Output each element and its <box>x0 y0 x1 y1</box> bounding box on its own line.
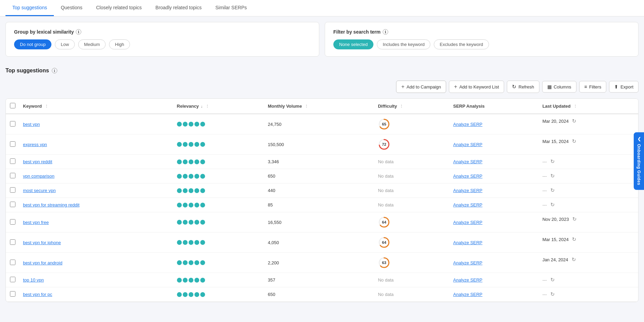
add-to-keyword-list-button[interactable]: + Add to Keyword List <box>449 81 504 93</box>
row-checkbox[interactable] <box>10 202 15 207</box>
row-checkbox-cell[interactable] <box>6 287 20 302</box>
row-checkbox-cell[interactable] <box>6 114 20 134</box>
filter-by-option-none-selected[interactable]: None selected <box>333 39 373 49</box>
row-refresh-button[interactable]: ↻ <box>571 216 578 222</box>
analyze-serp-link[interactable]: Analyze SERP <box>453 202 482 207</box>
group-by-info-icon[interactable]: ℹ <box>76 29 81 35</box>
keyword-link[interactable]: best vpn for android <box>23 260 62 265</box>
select-all-checkbox[interactable] <box>10 103 15 108</box>
row-refresh-button[interactable]: ↻ <box>571 236 578 242</box>
keyword-link[interactable]: most secure vpn <box>23 188 56 193</box>
filter-by-option-excludes-the-keyword[interactable]: Excludes the keyword <box>434 39 489 49</box>
keyword-link[interactable]: best vpn for pc <box>23 292 52 297</box>
row-refresh-button[interactable]: ↻ <box>571 118 578 124</box>
columns-icon: ▦ <box>547 84 552 90</box>
row-checkbox-cell[interactable] <box>6 212 20 232</box>
relevancy-dots <box>177 159 261 164</box>
analyze-serp-link[interactable]: Analyze SERP <box>453 188 482 193</box>
relevancy-dot <box>189 122 193 127</box>
group-by-option-do-not-group[interactable]: Do not group <box>14 39 51 49</box>
onboarding-guides-tab[interactable]: ❯ Onboarding Guides <box>634 132 644 190</box>
row-refresh-button[interactable]: ↻ <box>570 257 577 263</box>
analyze-serp-link[interactable]: Analyze SERP <box>453 122 482 127</box>
row-checkbox[interactable] <box>10 141 15 147</box>
row-checkbox-cell[interactable] <box>6 253 20 273</box>
difficulty-col-menu-icon[interactable]: ⋮ <box>399 104 403 108</box>
tab-closely-related-topics[interactable]: Closely related topics <box>89 0 148 16</box>
section-info-icon[interactable]: ℹ <box>52 68 57 73</box>
row-checkbox-cell[interactable] <box>6 134 20 155</box>
row-checkbox[interactable] <box>10 277 15 282</box>
serp-analysis-cell: Analyze SERP <box>450 134 539 155</box>
serp-analysis-cell: Analyze SERP <box>450 273 539 287</box>
relevancy-dot <box>177 278 182 283</box>
volume-column-header: Monthly Volume ⋮ <box>264 99 374 114</box>
keyword-link[interactable]: best vpn reddit <box>23 159 52 164</box>
relevancy-column-header[interactable]: Relevancy ↓ ⋮ <box>174 99 264 114</box>
select-all-checkbox-cell[interactable] <box>6 99 20 114</box>
last-updated-cell: Mar 15, 2024↻ <box>539 134 638 148</box>
row-refresh-button[interactable]: ↻ <box>549 158 556 165</box>
row-checkbox-cell[interactable] <box>6 232 20 253</box>
row-refresh-button[interactable]: ↻ <box>549 173 556 179</box>
tab-similar-serps[interactable]: Similar SERPs <box>208 0 254 16</box>
add-to-campaign-button[interactable]: + Add to Campaign <box>396 81 446 93</box>
analyze-serp-link[interactable]: Analyze SERP <box>453 142 482 147</box>
last-updated-cell: ---↻ <box>539 198 638 212</box>
row-checkbox[interactable] <box>10 260 15 265</box>
analyze-serp-link[interactable]: Analyze SERP <box>453 174 482 179</box>
columns-button[interactable]: ▦ Columns <box>542 81 576 93</box>
filter-by-info-icon[interactable]: ℹ <box>383 29 388 35</box>
group-by-option-low[interactable]: Low <box>55 39 75 49</box>
refresh-button[interactable]: ↻ Refresh <box>507 81 539 93</box>
analyze-serp-link[interactable]: Analyze SERP <box>453 240 482 245</box>
last-updated-value: --- <box>542 159 547 164</box>
difficulty-value: 64 <box>382 240 386 245</box>
relevancy-dot <box>183 260 188 265</box>
export-button[interactable]: ⬆ Export <box>609 81 639 93</box>
row-refresh-button[interactable]: ↻ <box>549 202 556 208</box>
row-refresh-button[interactable]: ↻ <box>549 277 556 283</box>
tab-questions[interactable]: Questions <box>54 0 89 16</box>
keyword-col-menu-icon[interactable]: ⋮ <box>45 104 48 108</box>
keyword-link[interactable]: best vpn for iphone <box>23 240 61 245</box>
last-updated-col-menu-icon[interactable]: ⋮ <box>573 104 577 108</box>
keyword-link[interactable]: best vpn free <box>23 220 49 225</box>
keyword-link[interactable]: express vpn <box>23 142 47 147</box>
group-by-option-high[interactable]: High <box>109 39 130 49</box>
tab-top-suggestions[interactable]: Top suggestions <box>5 0 54 16</box>
row-checkbox-cell[interactable] <box>6 169 20 183</box>
table-row: top 10 vpn357No dataAnalyze SERP---↻ <box>6 273 638 287</box>
analyze-serp-link[interactable]: Analyze SERP <box>453 292 482 297</box>
volume-col-menu-icon[interactable]: ⋮ <box>305 104 308 108</box>
row-refresh-button[interactable]: ↻ <box>549 291 556 297</box>
row-checkbox-cell[interactable] <box>6 155 20 169</box>
filter-by-option-includes-the-keyword[interactable]: Includes the keyword <box>377 39 430 49</box>
analyze-serp-link[interactable]: Analyze SERP <box>453 260 482 265</box>
row-checkbox-cell[interactable] <box>6 273 20 287</box>
tab-broadly-related-topics[interactable]: Broadly related topics <box>148 0 208 16</box>
table-body: best vpn24,750 65 Analyze SERPMar 20, 20… <box>6 114 638 302</box>
row-checkbox[interactable] <box>10 187 15 193</box>
keyword-link[interactable]: best vpn <box>23 122 40 127</box>
analyze-serp-link[interactable]: Analyze SERP <box>453 159 482 164</box>
relevancy-col-menu-icon[interactable]: ⋮ <box>205 104 209 108</box>
row-checkbox[interactable] <box>10 173 15 178</box>
row-checkbox[interactable] <box>10 291 15 297</box>
analyze-serp-link[interactable]: Analyze SERP <box>453 277 482 283</box>
serp-analysis-cell: Analyze SERP <box>450 183 539 198</box>
row-checkbox[interactable] <box>10 158 15 164</box>
keyword-link[interactable]: best vpn for streaming reddit <box>23 202 80 207</box>
row-checkbox[interactable] <box>10 219 15 225</box>
analyze-serp-link[interactable]: Analyze SERP <box>453 220 482 225</box>
filters-button[interactable]: ≡ Filters <box>579 81 607 93</box>
row-checkbox-cell[interactable] <box>6 183 20 198</box>
keyword-link[interactable]: vpn comparison <box>23 174 55 179</box>
row-checkbox-cell[interactable] <box>6 198 20 212</box>
row-refresh-button[interactable]: ↻ <box>571 138 578 144</box>
row-checkbox[interactable] <box>10 121 15 127</box>
group-by-option-medium[interactable]: Medium <box>78 39 106 49</box>
keyword-link[interactable]: top 10 vpn <box>23 277 44 283</box>
row-refresh-button[interactable]: ↻ <box>549 187 556 193</box>
row-checkbox[interactable] <box>10 239 15 245</box>
